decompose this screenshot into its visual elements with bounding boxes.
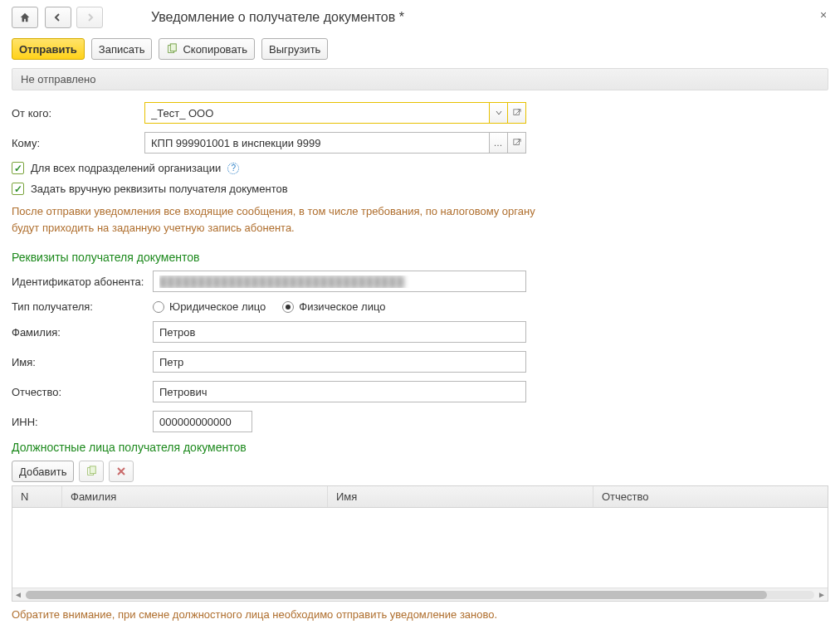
save-button[interactable]: Записать bbox=[91, 38, 153, 60]
recipient-heading: Реквизиты получателя документов bbox=[12, 251, 828, 264]
inn-field[interactable] bbox=[153, 411, 252, 432]
table-hscrollbar[interactable]: ◄ ► bbox=[12, 588, 828, 601]
remove-official-button[interactable] bbox=[109, 461, 134, 482]
copy-button-label: Скопировать bbox=[183, 43, 247, 56]
from-label: От кого: bbox=[12, 107, 144, 119]
svg-rect-5 bbox=[90, 466, 96, 474]
officials-table: N Фамилия Имя Отчество ◄ ► bbox=[12, 485, 828, 602]
clone-official-button[interactable] bbox=[79, 461, 104, 482]
info-note: После отправки уведомления все входящие … bbox=[12, 203, 543, 236]
scroll-left-icon[interactable]: ◄ bbox=[12, 589, 24, 601]
clone-icon bbox=[85, 466, 97, 477]
send-button[interactable]: Отправить bbox=[12, 38, 85, 60]
svg-rect-1 bbox=[171, 44, 177, 51]
col-name-header[interactable]: Имя bbox=[328, 486, 593, 507]
from-open-button[interactable] bbox=[508, 102, 526, 124]
svg-rect-3 bbox=[513, 139, 519, 145]
status-badge: Не отправлено bbox=[12, 68, 828, 90]
back-button[interactable] bbox=[45, 7, 71, 28]
surname-field[interactable] bbox=[153, 321, 526, 343]
officials-table-body[interactable] bbox=[12, 508, 828, 588]
arrow-right-icon bbox=[85, 12, 95, 22]
name-field[interactable] bbox=[153, 351, 526, 373]
scroll-track[interactable] bbox=[26, 591, 814, 599]
export-button[interactable]: Выгрузить bbox=[261, 38, 328, 60]
close-icon[interactable]: × bbox=[817, 8, 830, 22]
from-field[interactable] bbox=[144, 102, 490, 124]
recipient-type-legal-label: Юридическое лицо bbox=[169, 300, 266, 313]
recipient-type-label: Тип получателя: bbox=[12, 300, 153, 313]
manual-requisites-label: Задать вручную реквизиты получателя доку… bbox=[31, 183, 288, 195]
col-patronymic-header[interactable]: Отчество bbox=[593, 486, 828, 507]
add-official-button[interactable]: Добавить bbox=[12, 461, 74, 482]
all-subdivisions-label: Для всех подразделений организации bbox=[31, 162, 221, 174]
inn-label: ИНН: bbox=[12, 416, 153, 428]
chevron-down-icon bbox=[496, 110, 502, 116]
scroll-handle[interactable] bbox=[26, 591, 767, 599]
recipient-type-individual-radio[interactable]: Физическое лицо bbox=[282, 300, 385, 313]
recipient-type-individual-label: Физическое лицо bbox=[299, 300, 385, 313]
from-dropdown-button[interactable] bbox=[490, 102, 508, 124]
patronymic-label: Отчество: bbox=[12, 386, 153, 398]
patronymic-field[interactable] bbox=[153, 381, 526, 402]
copy-icon bbox=[166, 43, 178, 55]
manual-requisites-checkbox[interactable]: ✓ bbox=[12, 183, 24, 195]
delete-icon bbox=[116, 466, 126, 476]
copy-button[interactable]: Скопировать bbox=[159, 38, 255, 60]
to-ellipsis-button[interactable]: … bbox=[490, 132, 508, 154]
scroll-right-icon[interactable]: ► bbox=[816, 589, 828, 601]
forward-button[interactable] bbox=[76, 7, 103, 28]
footnote: Обратите внимание, при смене должностног… bbox=[12, 608, 828, 621]
home-icon bbox=[19, 12, 31, 23]
home-button[interactable] bbox=[12, 7, 38, 28]
to-field[interactable] bbox=[144, 132, 490, 154]
recipient-type-legal-radio[interactable]: Юридическое лицо bbox=[153, 300, 266, 313]
officials-heading: Должностные лица получателя документов bbox=[12, 441, 828, 454]
to-label: Кому: bbox=[12, 137, 144, 149]
ellipsis-icon: … bbox=[494, 138, 504, 148]
svg-rect-2 bbox=[513, 110, 519, 115]
help-icon[interactable]: ? bbox=[227, 163, 239, 174]
subscriber-id-label: Идентификатор абонента: bbox=[12, 275, 153, 288]
page-title: Уведомление о получателе документов * bbox=[151, 10, 404, 25]
open-icon bbox=[513, 139, 521, 147]
subscriber-id-field[interactable] bbox=[153, 271, 526, 292]
all-subdivisions-checkbox[interactable]: ✓ bbox=[12, 162, 24, 174]
surname-label: Фамилия: bbox=[12, 326, 153, 339]
open-icon bbox=[513, 109, 521, 117]
name-label: Имя: bbox=[12, 356, 153, 368]
col-surname-header[interactable]: Фамилия bbox=[62, 486, 328, 507]
col-n-header[interactable]: N bbox=[12, 486, 62, 507]
arrow-left-icon bbox=[53, 12, 63, 22]
to-open-button[interactable] bbox=[508, 132, 526, 154]
